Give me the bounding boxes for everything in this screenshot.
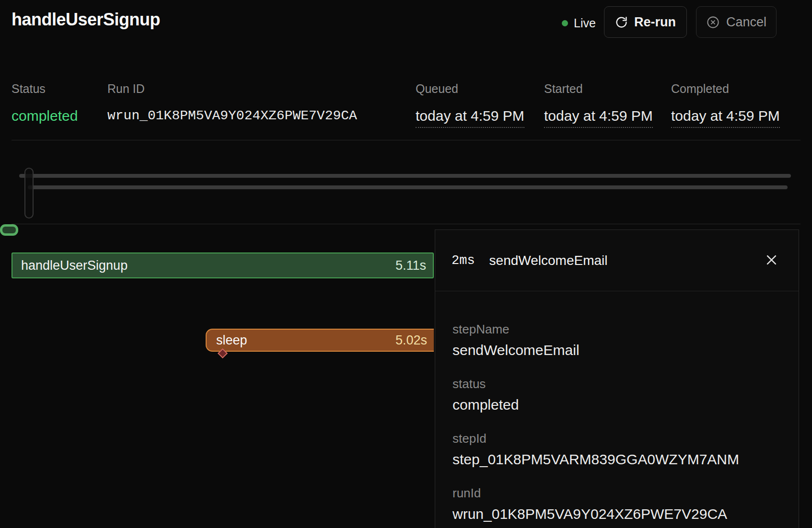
started-time[interactable]: today at 4:59 PM: [544, 107, 653, 128]
meta-run-id-label: Run ID: [107, 81, 357, 96]
field-label: stepId: [452, 430, 781, 447]
close-icon: [764, 253, 779, 269]
field-label: status: [452, 376, 781, 392]
field-stepId: stepId step_01K8PM5VARM839GGA0WZYM7ANM: [452, 430, 781, 470]
live-dot-icon: [562, 20, 568, 26]
step-detail-header: 2ms sendWelcomeEmail: [435, 230, 799, 291]
field-value: wrun_01K8PM5VA9Y024XZ6PWE7V29CA: [452, 504, 781, 524]
field-label: runId: [452, 485, 781, 501]
cancel-label: Cancel: [726, 15, 766, 30]
field-value: sendWelcomeEmail: [452, 340, 781, 360]
meta-completed-label: Completed: [671, 81, 780, 96]
meta-completed: Completed today at 4:59 PM: [671, 81, 780, 128]
cancel-button[interactable]: Cancel: [696, 6, 777, 38]
span-duration: 5.02s: [395, 333, 427, 348]
span-bar-sendWelcomeEmail[interactable]: [0, 224, 18, 236]
header-divider: [12, 140, 800, 140]
meta-started: Started today at 4:59 PM: [544, 81, 653, 128]
meta-queued-label: Queued: [416, 81, 524, 96]
field-stepName: stepName sendWelcomeEmail: [452, 321, 781, 360]
timeline-minimap: [0, 163, 812, 223]
refresh-icon: [615, 16, 628, 29]
step-detail-title: sendWelcomeEmail: [489, 253, 608, 268]
field-runId: runId wrun_01K8PM5VA9Y024XZ6PWE7V29CA: [452, 485, 781, 524]
field-status: status completed: [452, 376, 781, 415]
rerun-button[interactable]: Re-run: [604, 6, 687, 38]
span-duration: 5.11s: [395, 258, 426, 273]
meta-status-label: Status: [12, 81, 78, 96]
field-value: step_01K8PM5VARM839GGA0WZYM7ANM: [452, 449, 781, 470]
cancel-circle-x-icon: [706, 15, 720, 29]
meta-queued: Queued today at 4:59 PM: [416, 81, 524, 128]
span-name: sleep: [216, 333, 247, 348]
field-label: stepName: [452, 321, 781, 337]
queued-time[interactable]: today at 4:59 PM: [416, 107, 524, 128]
minimap-viewport-handle[interactable]: [24, 168, 34, 218]
span-bar-sleep[interactable]: sleep 5.02s: [206, 329, 434, 352]
meta-status: Status completed: [12, 81, 78, 125]
minimap-span-sleep: [28, 185, 788, 189]
completed-time[interactable]: today at 4:59 PM: [671, 107, 780, 128]
status-badge: completed: [12, 107, 78, 125]
step-detail-body: stepName sendWelcomeEmail status complet…: [435, 291, 799, 524]
step-detail-panel: 2ms sendWelcomeEmail stepName sendWelcom…: [435, 230, 799, 528]
rerun-label: Re-run: [634, 15, 676, 30]
field-value: completed: [452, 395, 781, 415]
span-name: handleUserSignup: [21, 258, 128, 273]
meta-started-label: Started: [544, 81, 653, 96]
step-duration-badge: 2ms: [452, 253, 475, 268]
run-id-value: wrun_01K8PM5VA9Y024XZ6PWE7V29CA: [107, 107, 357, 125]
minimap-span-workflow: [19, 174, 791, 178]
meta-run-id: Run ID wrun_01K8PM5VA9Y024XZ6PWE7V29CA: [107, 81, 357, 125]
page-title: handleUserSignup: [12, 10, 160, 30]
span-bar-handleUserSignup[interactable]: handleUserSignup 5.11s: [12, 253, 434, 278]
live-indicator: Live: [562, 14, 596, 32]
close-panel-button[interactable]: [761, 251, 781, 271]
workflow-run-page: handleUserSignup Live Re-run Cancel Stat…: [0, 0, 812, 528]
live-label: Live: [574, 16, 596, 30]
